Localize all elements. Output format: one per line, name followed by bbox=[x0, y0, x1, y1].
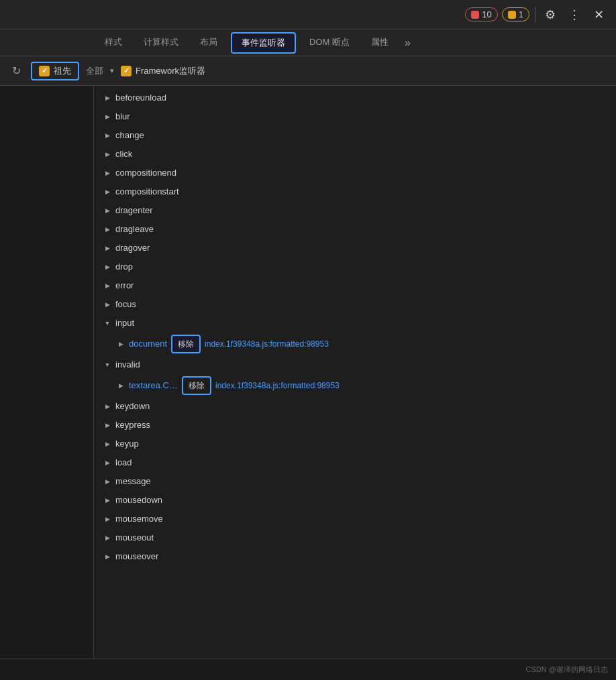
sub-triangle-document bbox=[115, 339, 126, 349]
event-name-keypress: keypress bbox=[115, 418, 150, 433]
event-compositionstart[interactable]: compositionstart bbox=[94, 182, 616, 201]
event-name-drop: drop bbox=[115, 260, 133, 274]
refresh-button[interactable]: ↻ bbox=[8, 63, 24, 79]
divider bbox=[535, 7, 535, 23]
event-name-keyup: keyup bbox=[115, 437, 139, 451]
dropdown-arrow-icon[interactable]: ▾ bbox=[110, 66, 114, 75]
event-click[interactable]: click bbox=[94, 145, 616, 164]
triangle-dragleave bbox=[102, 224, 113, 235]
triangle-mousemove bbox=[102, 514, 113, 524]
event-name-invalid: invalid bbox=[115, 357, 140, 372]
event-name-focus: focus bbox=[115, 297, 136, 312]
triangle-error bbox=[102, 280, 113, 291]
remove-button-document[interactable]: 移除 bbox=[171, 335, 201, 353]
input-selector-document: document bbox=[129, 337, 167, 351]
event-invalid[interactable]: invalid bbox=[94, 355, 616, 374]
filter-bar: ↻ 祖先 全部 ▾ Framework监听器 bbox=[0, 56, 616, 86]
event-name-click: click bbox=[115, 147, 132, 162]
event-name-keydown: keydown bbox=[115, 399, 150, 414]
event-mousedown[interactable]: mousedown bbox=[94, 491, 616, 510]
warning-count: 1 bbox=[519, 9, 523, 19]
warning-icon bbox=[508, 11, 516, 19]
top-bar: 10 1 ⚙ ⋮ ✕ bbox=[0, 0, 616, 30]
invalid-selector-textarea: textarea.C… bbox=[129, 378, 178, 393]
event-mouseover[interactable]: mouseover bbox=[94, 547, 616, 566]
error-count: 10 bbox=[482, 9, 491, 19]
triangle-invalid bbox=[102, 359, 113, 370]
triangle-drop bbox=[102, 262, 113, 272]
tab-dom-breakpoints[interactable]: DOM 断点 bbox=[299, 30, 360, 56]
badge-group: 10 1 bbox=[465, 7, 529, 21]
event-name-change: change bbox=[115, 128, 144, 143]
event-keydown[interactable]: keydown bbox=[94, 397, 616, 416]
invalid-subitem-textarea[interactable]: textarea.C… 移除 index.1f39348a.js:formatt… bbox=[94, 374, 616, 397]
event-name-beforeunload: beforeunload bbox=[115, 91, 166, 105]
tab-event-listeners[interactable]: 事件监听器 bbox=[231, 32, 296, 54]
file-link-invalid[interactable]: index.1f39348a.js:formatted:98953 bbox=[215, 378, 340, 393]
status-bar: CSDN @谢泽的网络日志 bbox=[0, 659, 616, 680]
triangle-compositionstart bbox=[102, 186, 113, 197]
event-list: beforeunload blur change click compositi… bbox=[94, 86, 616, 680]
file-link-input[interactable]: index.1f39348a.js:formatted:98953 bbox=[205, 337, 329, 351]
event-dragover[interactable]: dragover bbox=[94, 239, 616, 258]
event-load[interactable]: load bbox=[94, 453, 616, 472]
event-keyup[interactable]: keyup bbox=[94, 435, 616, 453]
event-message[interactable]: message bbox=[94, 472, 616, 491]
triangle-load bbox=[102, 457, 113, 468]
triangle-mouseover bbox=[102, 551, 113, 562]
triangle-message bbox=[102, 476, 113, 487]
event-focus[interactable]: focus bbox=[94, 295, 616, 314]
framework-checkbox-icon bbox=[121, 66, 132, 76]
event-name-dragover: dragover bbox=[115, 241, 150, 256]
left-sidebar: er_1uXu … bbox=[0, 86, 94, 680]
event-compositionend[interactable]: compositionend bbox=[94, 164, 616, 182]
event-name-input: input bbox=[115, 316, 134, 331]
warning-badge[interactable]: 1 bbox=[502, 7, 529, 21]
event-name-load: load bbox=[115, 455, 132, 470]
event-name-dragenter: dragenter bbox=[115, 203, 153, 218]
triangle-change bbox=[102, 130, 113, 141]
event-name-error: error bbox=[115, 278, 134, 293]
triangle-input bbox=[102, 318, 113, 329]
tab-computed[interactable]: 计算样式 bbox=[133, 30, 189, 56]
event-mousemove[interactable]: mousemove bbox=[94, 510, 616, 528]
event-name-mousedown: mousedown bbox=[115, 493, 162, 508]
gear-button[interactable]: ⚙ bbox=[541, 5, 560, 24]
main-content: er_1uXu … beforeunload blur change click… bbox=[0, 86, 616, 680]
more-button[interactable]: ⋮ bbox=[565, 5, 584, 24]
all-label[interactable]: 全部 bbox=[86, 65, 103, 77]
tab-properties[interactable]: 属性 bbox=[360, 30, 399, 56]
event-name-blur: blur bbox=[115, 109, 130, 124]
input-subitem-document[interactable]: document 移除 index.1f39348a.js:formatted:… bbox=[94, 333, 616, 355]
event-dragleave[interactable]: dragleave bbox=[94, 220, 616, 239]
triangle-beforeunload bbox=[102, 93, 113, 103]
event-error[interactable]: error bbox=[94, 276, 616, 295]
tab-layout[interactable]: 布局 bbox=[189, 30, 228, 56]
error-badge[interactable]: 10 bbox=[465, 7, 497, 21]
event-name-mouseout: mouseout bbox=[115, 530, 154, 545]
ancestor-label: 祖先 bbox=[54, 65, 71, 77]
event-name-compositionend: compositionend bbox=[115, 166, 176, 180]
event-change[interactable]: change bbox=[94, 126, 616, 145]
event-input[interactable]: input bbox=[94, 314, 616, 333]
event-dragenter[interactable]: dragenter bbox=[94, 201, 616, 220]
triangle-compositionend bbox=[102, 168, 113, 178]
framework-checkbox[interactable]: Framework监听器 bbox=[121, 65, 205, 77]
event-drop[interactable]: drop bbox=[94, 258, 616, 276]
event-mouseout[interactable]: mouseout bbox=[94, 528, 616, 547]
remove-button-textarea[interactable]: 移除 bbox=[182, 376, 211, 395]
error-icon bbox=[471, 11, 479, 19]
triangle-mouseout bbox=[102, 532, 113, 543]
tabs-more-button[interactable]: » bbox=[399, 37, 416, 49]
ancestor-checkbox[interactable]: 祖先 bbox=[31, 62, 79, 80]
event-beforeunload[interactable]: beforeunload bbox=[94, 89, 616, 107]
triangle-keyup bbox=[102, 439, 113, 449]
close-button[interactable]: ✕ bbox=[589, 5, 608, 24]
event-blur[interactable]: blur bbox=[94, 107, 616, 126]
triangle-keypress bbox=[102, 420, 113, 431]
event-keypress[interactable]: keypress bbox=[94, 416, 616, 435]
triangle-dragenter bbox=[102, 205, 113, 216]
sub-triangle-textarea bbox=[115, 380, 126, 391]
tab-styles[interactable]: 样式 bbox=[94, 30, 133, 56]
triangle-blur bbox=[102, 111, 113, 122]
